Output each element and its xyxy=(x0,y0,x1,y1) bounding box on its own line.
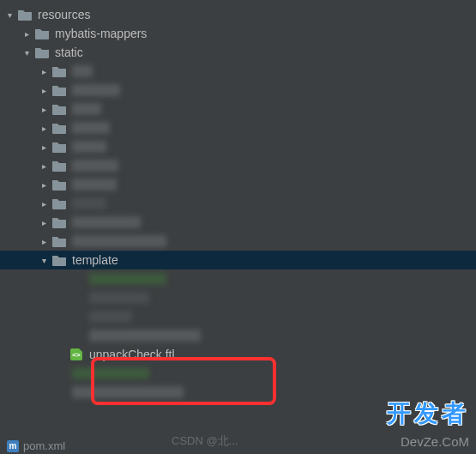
tree-item-blurred[interactable]: ▸ xyxy=(0,137,476,156)
tree-item-mybatis-mappers[interactable]: ▸ mybatis-mappers xyxy=(0,24,476,43)
folder-icon xyxy=(51,178,67,191)
blurred-label xyxy=(72,103,101,115)
chevron-right-icon[interactable]: ▸ xyxy=(38,86,50,95)
tree-item-template[interactable]: ▾ template xyxy=(0,251,476,269)
tree-label: template xyxy=(72,253,118,267)
tree-label: unpackCheck.ftl xyxy=(89,348,175,361)
tree-item-resources[interactable]: ▾ resources xyxy=(0,5,476,24)
watermark-cn: 开发者 xyxy=(387,397,469,430)
folder-icon xyxy=(51,159,67,173)
folder-icon xyxy=(51,215,67,229)
tree-label: pom.xml xyxy=(23,439,65,452)
tree-item-blurred[interactable]: ▸ xyxy=(0,288,476,307)
tree-item-blurred[interactable]: ▸ xyxy=(0,118,476,137)
tree-item-blurred[interactable]: ▸ xyxy=(0,156,476,175)
tree-item-blurred[interactable]: ▸ xyxy=(0,175,476,194)
chevron-right-icon[interactable]: ▸ xyxy=(38,142,50,152)
file-icon xyxy=(51,385,67,399)
blurred-label xyxy=(89,311,132,323)
blurred-label xyxy=(89,330,201,342)
folder-icon xyxy=(51,140,67,154)
tree-item-blurred[interactable]: ▸ xyxy=(0,213,476,232)
blurred-label xyxy=(72,386,184,398)
chevron-right-icon[interactable]: ▸ xyxy=(38,161,50,171)
tree-item-unpackcheck[interactable]: ▸ <> unpackCheck.ftl xyxy=(0,345,476,364)
folder-icon xyxy=(51,102,67,116)
file-icon xyxy=(51,366,67,380)
tree-item-blurred[interactable]: ▸ xyxy=(0,100,476,118)
tree-label: mybatis-mappers xyxy=(55,27,147,40)
folder-icon xyxy=(51,64,67,78)
file-icon xyxy=(69,329,84,342)
folder-icon xyxy=(51,83,67,97)
chevron-right-icon[interactable]: ▸ xyxy=(21,29,33,39)
blurred-label xyxy=(89,292,149,304)
tree-item-blurred[interactable]: ▸ xyxy=(0,194,476,213)
folder-icon xyxy=(51,234,67,248)
chevron-down-icon[interactable]: ▾ xyxy=(21,48,33,58)
chevron-right-icon[interactable]: ▸ xyxy=(38,218,50,227)
ftl-file-icon: <> xyxy=(69,348,84,361)
tree-item-blurred[interactable]: ▸ xyxy=(0,326,476,345)
tree-item-blurred[interactable]: ▸ xyxy=(0,307,476,326)
chevron-right-icon[interactable]: ▸ xyxy=(38,180,50,190)
tree-item-blurred[interactable]: ▸ xyxy=(0,62,476,81)
tree-item-pom[interactable]: m pom.xml xyxy=(7,439,65,452)
chevron-right-icon[interactable]: ▸ xyxy=(38,199,50,209)
folder-icon xyxy=(51,197,67,210)
blurred-label xyxy=(72,235,166,247)
watermark-csdn: CSDN @北... xyxy=(172,433,238,449)
tree-item-blurred[interactable]: ▸ xyxy=(0,232,476,251)
blurred-label xyxy=(72,122,110,134)
chevron-right-icon[interactable]: ▸ xyxy=(38,67,50,76)
file-tree: ▾ resources ▸ mybatis-mappers ▾ static ▸… xyxy=(0,0,476,407)
folder-icon xyxy=(51,121,67,135)
chevron-right-icon[interactable]: ▸ xyxy=(38,105,50,114)
folder-icon xyxy=(17,8,33,21)
blurred-label xyxy=(72,160,118,172)
chevron-right-icon[interactable]: ▸ xyxy=(38,124,50,133)
tree-label: resources xyxy=(38,8,90,21)
tree-item-blurred[interactable]: ▸ xyxy=(0,269,476,288)
blurred-label xyxy=(72,84,120,96)
maven-icon: m xyxy=(7,440,19,452)
blurred-label xyxy=(72,216,141,228)
tree-item-blurred[interactable]: ▸ xyxy=(0,81,476,100)
blurred-label xyxy=(72,141,106,153)
chevron-down-icon[interactable]: ▾ xyxy=(3,10,15,20)
file-icon xyxy=(69,291,84,305)
tree-label: static xyxy=(55,45,83,59)
blurred-label xyxy=(72,65,93,77)
folder-icon xyxy=(51,253,67,267)
tree-item-blurred[interactable]: ▸ xyxy=(0,364,476,383)
tree-item-static[interactable]: ▾ static xyxy=(0,43,476,62)
blurred-label xyxy=(72,197,106,209)
blurred-label xyxy=(72,367,149,379)
file-icon xyxy=(69,310,84,324)
chevron-down-icon[interactable]: ▾ xyxy=(38,256,50,265)
file-icon xyxy=(69,272,84,286)
blurred-label xyxy=(72,179,117,191)
chevron-right-icon[interactable]: ▸ xyxy=(38,237,50,246)
folder-icon xyxy=(34,45,50,59)
watermark-domain: DevZe.CoM xyxy=(401,434,469,449)
blurred-label xyxy=(89,273,166,285)
folder-icon xyxy=(34,27,50,40)
